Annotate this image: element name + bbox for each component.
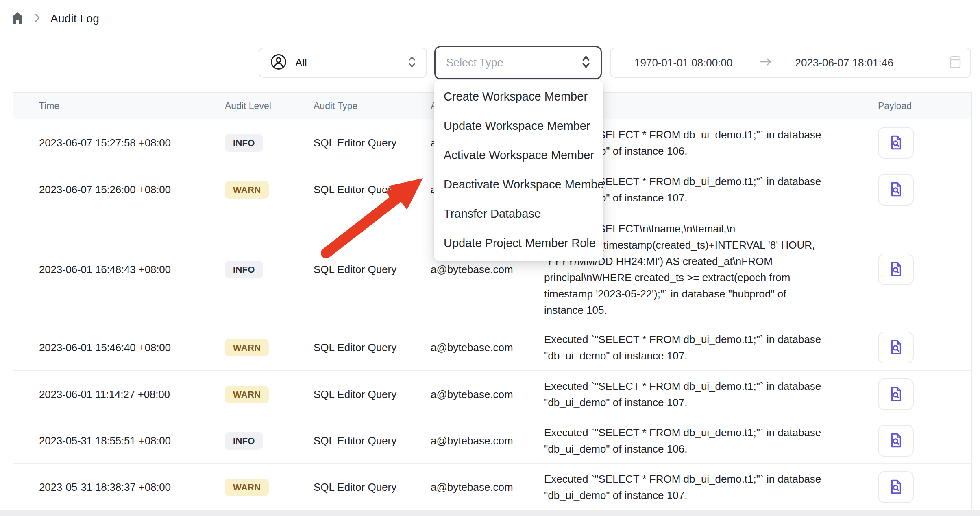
view-payload-button[interactable] [878,174,914,206]
cell-audit-level: WARN [225,339,314,356]
type-filter-select[interactable]: Select Type [434,46,602,79]
date-range-start: 1970-01-01 08:00:00 [634,57,732,69]
cell-payload [865,471,971,503]
cell-actor: a@bytebase.com [431,435,544,447]
cell-time: 2023-05-31 18:38:37 +08:00 [26,481,225,494]
cell-comment: Executed `"SELECT * FROM db_ui_demo.t1;"… [544,464,865,511]
audit-level-badge: WARN [225,339,269,356]
table-row: 2023-05-31 18:38:37 +08:00 WARN SQL Edit… [13,464,971,509]
type-dropdown-menu: Create Workspace Member Update Workspace… [434,80,603,261]
table-row: 2023-06-01 11:14:27 +08:00 WARN SQL Edit… [13,371,971,417]
cell-comment: Executed `"SELECT * FROM db_ui_demo.t1;"… [544,417,865,464]
cell-payload [865,425,971,457]
cell-time: 2023-06-01 11:14:27 +08:00 [26,388,225,401]
cell-audit-type: SQL Editor Query [314,435,431,447]
cell-time: 2023-05-31 18:55:51 +08:00 [26,435,225,447]
audit-level-badge: WARN [225,181,269,199]
cell-audit-type: SQL Editor Query [314,184,431,196]
view-payload-button[interactable] [878,471,914,503]
file-search-icon [887,385,904,404]
file-search-icon [887,180,904,199]
cell-time: 2023-06-01 16:48:43 +08:00 [26,263,225,276]
dropdown-option[interactable]: Update Project Member Role [434,228,603,258]
file-search-icon [887,478,904,497]
audit-level-badge: WARN [225,386,269,403]
cell-actor: a@bytebase.com [431,388,544,401]
dropdown-option[interactable]: Create Workspace Member [434,82,603,111]
arrow-right-icon [759,57,772,69]
audit-level-badge: WARN [225,479,269,496]
table-row: 2023-05-31 18:55:51 +08:00 INFO SQL Edit… [13,417,971,464]
cell-comment: Executed `"SELECT * FROM db_ui_demo.t1;"… [544,324,865,371]
breadcrumb: Audit Log [11,11,99,26]
date-range-end: 2023-06-07 18:01:46 [795,57,893,69]
date-range-picker[interactable]: 1970-01-01 08:00:00 2023-06-07 18:01:46 [610,48,971,78]
actor-filter-value: All [295,57,307,69]
breadcrumb-chevron-icon [34,13,41,24]
table-row: 2023-06-01 15:46:40 +08:00 WARN SQL Edit… [13,324,971,371]
cell-time: 2023-06-07 15:27:58 +08:00 [26,137,225,149]
audit-log-page: Audit Log All Select Type 1970-01-01 08:… [0,0,980,516]
column-header-level: Audit Level [225,101,314,112]
page-title: Audit Log [50,12,99,25]
cell-audit-type: SQL Editor Query [314,341,431,354]
cell-audit-level: WARN [225,479,314,496]
user-circle-icon [270,53,287,72]
cell-audit-level: WARN [225,386,314,403]
dropdown-option[interactable]: Transfer Database [434,199,603,228]
column-header-payload: Payload [865,101,971,112]
cell-actor: a@bytebase.com [431,263,544,276]
cell-time: 2023-06-07 15:26:00 +08:00 [26,184,225,196]
cell-payload [865,254,971,285]
cell-audit-level: INFO [225,432,314,450]
view-payload-button[interactable] [878,127,914,159]
cell-actor: a@bytebase.com [431,341,544,354]
file-search-icon [887,431,904,450]
cell-actor: a@bytebase.com [431,481,544,494]
cell-audit-type: SQL Editor Query [314,137,431,149]
file-search-icon [887,260,904,279]
cell-audit-level: INFO [225,134,314,152]
cell-audit-level: WARN [225,181,314,199]
column-header-time: Time [26,101,225,112]
column-header-type: Audit Type [314,101,431,112]
view-payload-button[interactable] [878,332,914,363]
view-payload-button[interactable] [878,254,914,285]
view-payload-button[interactable] [878,425,914,457]
cell-payload [865,378,971,410]
cell-payload [865,332,971,363]
horizontal-scrollbar[interactable] [0,510,980,516]
file-search-icon [887,133,904,153]
audit-level-badge: INFO [225,432,263,450]
dropdown-option[interactable]: Activate Workspace Member [434,140,603,170]
cell-comment: Executed `"SELECT * FROM db_ui_demo.t1;"… [544,371,865,418]
select-chevrons-icon [582,55,590,70]
calendar-icon [949,55,961,70]
cell-audit-type: SQL Editor Query [314,481,431,494]
audit-level-badge: INFO [225,134,263,152]
select-chevrons-icon [408,56,416,70]
home-icon[interactable] [11,11,24,26]
view-payload-button[interactable] [878,378,914,410]
cell-payload [865,127,971,159]
cell-time: 2023-06-01 15:46:40 +08:00 [26,341,225,354]
dropdown-option[interactable]: Deactivate Workspace Member [434,170,603,199]
type-filter-placeholder: Select Type [446,57,503,69]
cell-audit-type: SQL Editor Query [314,388,431,401]
cell-audit-level: INFO [225,261,314,278]
file-search-icon [887,338,904,357]
audit-level-badge: INFO [225,261,263,278]
dropdown-option[interactable]: Update Workspace Member [434,111,603,140]
actor-filter-select[interactable]: All [259,48,427,78]
cell-audit-type: SQL Editor Query [314,263,431,276]
cell-payload [865,174,971,206]
